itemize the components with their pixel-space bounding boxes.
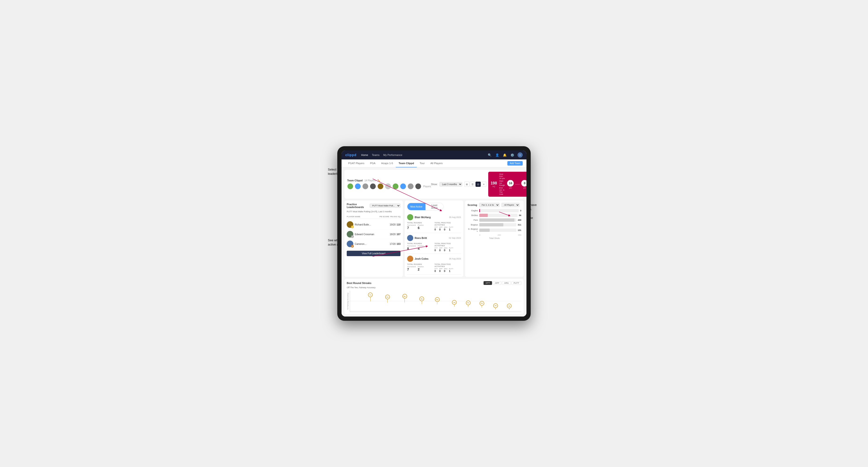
active-avatar-1 (407, 214, 413, 220)
bubble-stem-6x-1 (387, 299, 388, 303)
arg-value-2: 0 (444, 249, 447, 252)
player-avatar-1 (347, 183, 353, 189)
team-header: Team Clippd 14 Players ✏️ (344, 170, 524, 198)
subnav-tour[interactable]: Tour (417, 159, 427, 167)
activities-section-3: Total Practice Activities OTT 0 APP (434, 263, 461, 272)
grid-view-btn[interactable]: ⊞ (464, 182, 469, 187)
arg-label-1: ARG (444, 226, 447, 228)
players-label: Players (423, 185, 431, 188)
bubble-circle-4x-3: 4x (479, 301, 484, 306)
bar-track-birdies (479, 214, 518, 217)
bubble-6x-2: 6x (402, 294, 407, 302)
ott-stat-2: OTT 0 (434, 247, 438, 252)
active-date-3: 26 Aug 2023 (449, 257, 461, 260)
putt-stat-1: PUTT 1 (449, 226, 453, 231)
nav-home[interactable]: Home (361, 153, 368, 157)
activities-label-2: Total Practice Activities (434, 243, 461, 247)
active-player-rees: Rees Britt 02 Sep 2023 Total Rounds Tour (407, 233, 461, 254)
arg-stat-3: ARG 0 (444, 268, 447, 272)
scoring-players-select[interactable]: All Players (501, 203, 520, 207)
total-rounds-label-1: Total Rounds (407, 222, 434, 224)
scoring-header: Scoring Par 3, 4 & 5s All Players (467, 203, 521, 207)
subnav-team-clippd[interactable]: Team Clippd (396, 159, 417, 167)
team-info: Team Clippd 14 Players ✏️ (347, 179, 431, 189)
lb-avg-1: 110 (397, 223, 401, 226)
bar-birdies: Birdies 96 (467, 214, 521, 217)
leaderboard-title: Practice Leaderboards (347, 203, 370, 209)
nav-icons: 🔍 👤 🔔 ⚙️ U (487, 152, 523, 158)
active-player-header-3: Josh Coles 26 Aug 2023 (407, 256, 461, 262)
x-label-400: 400 (518, 234, 521, 236)
subnav-all-players[interactable]: All Players (428, 159, 445, 167)
player-avatar-6 (385, 183, 391, 189)
lb-player-name-1: Richard Butle... (355, 223, 371, 226)
lb-avatar-2: 2 (347, 231, 353, 238)
main-content: Team Clippd 14 Players ✏️ (342, 167, 526, 316)
drill-subtitle: PUTT Must Make Putting (3-6 ft), Last 3 … (347, 210, 401, 213)
bubble-3x-2: 3x (507, 304, 512, 310)
edit-icon[interactable]: ✏️ (377, 179, 380, 182)
putt-value-3: 1 (449, 270, 453, 272)
show-select[interactable]: Last 3 months Last 6 months Last year (439, 182, 462, 187)
streaks-subtitle: Off The Tee, Fairway Accuracy (347, 286, 521, 289)
bar-value-birdies: 96 (519, 214, 521, 217)
shot-circle-val-2: 0 (521, 180, 526, 187)
putt-value-2: 1 (449, 249, 453, 252)
player-avatar-10 (415, 183, 421, 189)
bubble-stem-6x-2 (404, 299, 405, 302)
table-view-btn[interactable]: ≡ (481, 182, 486, 187)
bar-value-pars: 499 (518, 219, 521, 221)
subnav-pgat[interactable]: PGAT Players (345, 159, 367, 167)
practice-stat-3: Practice 2 (418, 266, 424, 271)
list-view-btn[interactable]: ☰ (470, 182, 475, 187)
nav-my-performance[interactable]: My Performance (383, 153, 402, 157)
arg-label-3: ARG (444, 268, 447, 270)
search-icon[interactable]: 🔍 (487, 153, 492, 157)
bell-icon[interactable]: 🔔 (502, 153, 507, 157)
streak-tab-ott[interactable]: OTT (484, 281, 492, 285)
practice-value-3: 2 (418, 268, 424, 271)
shot-end-lie: End Lie: In The Hole (499, 187, 505, 195)
settings-icon[interactable]: ⚙️ (510, 153, 515, 157)
drill-select[interactable]: PUTT Must Make Putt... (370, 204, 401, 208)
subnav-pga[interactable]: PGA (367, 159, 378, 167)
show-label: Show: (431, 183, 437, 186)
player-avatar-2 (355, 183, 361, 189)
scoring-title: Scoring (467, 204, 477, 206)
activity-card-header: Most Active Least Active (407, 203, 461, 210)
user-icon[interactable]: 👤 (495, 153, 500, 157)
subnav-hcaps[interactable]: Hcaps 1-5 (378, 159, 396, 167)
streak-tab-putt[interactable]: PUTT (512, 281, 522, 285)
most-active-tab[interactable]: Most Active (407, 203, 426, 210)
scoring-par-select[interactable]: Par 3, 4 & 5s (479, 203, 500, 207)
bar-fill-eagles (479, 209, 480, 212)
lb-avatar-1: 1 (347, 221, 353, 228)
least-active-tab[interactable]: Least Active (426, 203, 444, 210)
nav-teams[interactable]: Teams (372, 153, 379, 157)
bar-pars: Pars 499 (467, 218, 521, 222)
bar-chart: Eagles 3 Birdies (467, 209, 521, 232)
streak-tab-arg[interactable]: ARG (502, 281, 511, 285)
player-avatar-9 (408, 183, 414, 189)
total-rounds-label-2: Total Rounds (407, 243, 434, 245)
active-player-header-2: Rees Britt 02 Sep 2023 (407, 235, 461, 241)
tournament-sublabel-3: Tournament (407, 266, 416, 268)
lb-player-info-1: 1 Richard Butle... (347, 221, 389, 228)
bar-fill-dbogeys (479, 228, 490, 232)
app-value-2: 0 (439, 249, 442, 252)
bubble-circle-3x-2: 3x (507, 304, 512, 308)
lb-score-2: 18/20 (390, 233, 396, 236)
app-stat-1: APP 0 (439, 226, 442, 231)
streak-tab-app[interactable]: APP (493, 281, 501, 285)
bubble-stem-5x-2 (437, 302, 437, 304)
bar-label-pars: Pars (467, 219, 478, 221)
add-team-button[interactable]: Add Team (507, 161, 523, 165)
card-view-btn[interactable]: ⊡ (475, 182, 481, 187)
avatar[interactable]: U (518, 152, 523, 158)
view-leaderboard-button[interactable]: View Full Leaderboard (347, 251, 401, 256)
bar-track-eagles (479, 209, 519, 212)
active-avatar-3 (407, 256, 413, 262)
bubble-5x-2: 5x (435, 297, 440, 304)
activity-card: Most Active Least Active Blair McHarg (405, 200, 463, 277)
player-avatar-3 (362, 183, 368, 189)
